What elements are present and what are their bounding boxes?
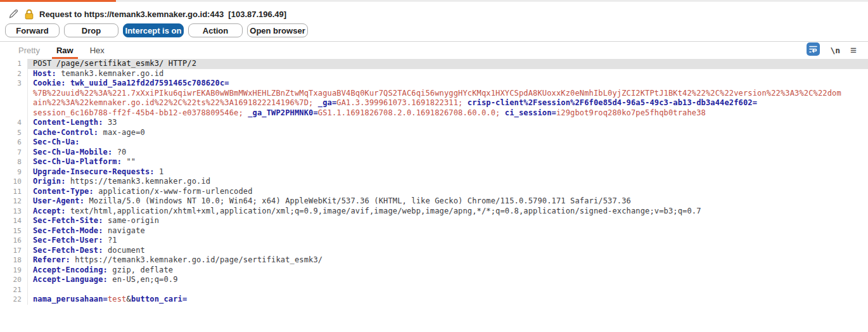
request-line-text[interactable]: Origin: https://temank3.kemnaker.go.id <box>28 177 868 187</box>
open-browser-button[interactable]: Open browser <box>247 23 308 37</box>
request-line-text[interactable]: Sec-Fetch-User: ?1 <box>28 236 868 246</box>
request-line: 1POST /page/sertifikat_esmk3/ HTTP/2 <box>0 59 868 69</box>
intercept-toggle-button[interactable]: Intercept is on <box>123 23 184 37</box>
request-line-text[interactable]: Sec-Fetch-Site: same-origin <box>28 216 868 226</box>
view-tabs: Pretty Raw Hex <box>0 42 113 59</box>
request-line: 7Sec-Ch-Ua-Mobile: ?0 <box>0 148 868 158</box>
request-line: 17Sec-Fetch-Dest: document <box>0 246 868 256</box>
message-view-tabbar: Pretty Raw Hex \n ≡ <box>0 42 868 59</box>
request-line-text[interactable]: Sec-Ch-Ua: <box>28 137 868 148</box>
line-number <box>0 108 28 118</box>
request-line-text[interactable]: %7B%22uuid%22%3A%221.7xXxiPIku6qiwrEKAB0… <box>28 89 868 99</box>
request-line: 2Host: temank3.kemnaker.go.id <box>0 69 868 79</box>
request-line-text[interactable]: Host: temank3.kemnaker.go.id <box>28 69 868 79</box>
line-number: 16 <box>0 236 28 246</box>
line-number: 6 <box>0 137 28 148</box>
request-line: 9Upgrade-Insecure-Requests: 1 <box>0 167 868 177</box>
request-line-text[interactable]: Sec-Ch-Ua-Platform: "" <box>28 157 868 167</box>
line-number: 12 <box>0 196 28 207</box>
request-lines: 1POST /page/sertifikat_esmk3/ HTTP/22Hos… <box>0 59 868 305</box>
request-line: ain%22%3A%22kemnaker.go.id%22%2C%22ts%22… <box>0 98 868 108</box>
line-number: 7 <box>0 148 28 158</box>
request-line: 18Referer: https://temank3.kemnaker.go.i… <box>0 255 868 265</box>
line-number: 11 <box>0 187 28 197</box>
request-line-text[interactable]: Sec-Fetch-Mode: navigate <box>28 226 868 236</box>
request-line: 22nama_perusahaan=test&button_cari= <box>0 295 868 305</box>
line-number: 22 <box>0 295 28 305</box>
line-number: 8 <box>0 157 28 167</box>
request-line: 21 <box>0 285 868 295</box>
editor-toolbar-icons: \n ≡ <box>807 42 868 58</box>
line-number: 18 <box>0 255 28 265</box>
request-line-text[interactable]: Accept-Language: en-US,en;q=0.9 <box>28 275 868 285</box>
line-number: 15 <box>0 226 28 236</box>
burp-intercept-window: Request to https://temank3.kemnaker.go.i… <box>0 0 868 332</box>
request-line-text[interactable]: session_6c16b788-ff2f-45b4-bb12-e0378809… <box>28 108 868 118</box>
request-line: 16Sec-Fetch-User: ?1 <box>0 236 868 246</box>
request-line: 11Content-Type: application/x-www-form-u… <box>0 187 868 197</box>
request-line-text[interactable]: Sec-Fetch-Dest: document <box>28 246 868 256</box>
request-line: 19Accept-Encoding: gzip, deflate <box>0 265 868 276</box>
request-line: %7B%22uuid%22%3A%221.7xXxiPIku6qiwrEKAB0… <box>0 89 868 99</box>
request-line: 3Cookie: twk_uuid_5aa12fd2d7591465c70862… <box>0 79 868 89</box>
lock-icon <box>25 9 34 20</box>
line-number: 21 <box>0 285 28 295</box>
line-number: 13 <box>0 207 28 217</box>
tab-strip-border <box>0 0 868 2</box>
request-line: 15Sec-Fetch-Mode: navigate <box>0 226 868 236</box>
line-number <box>0 89 28 99</box>
line-number: 1 <box>0 59 28 69</box>
word-wrap-toggle-icon[interactable] <box>807 42 820 58</box>
line-number <box>0 98 28 108</box>
request-line-text[interactable]: Upgrade-Insecure-Requests: 1 <box>28 167 868 177</box>
line-number: 17 <box>0 246 28 256</box>
newline-toggle-icon[interactable]: \n <box>830 46 840 55</box>
request-line: 8Sec-Ch-Ua-Platform: "" <box>0 157 868 167</box>
request-line-text[interactable]: User-Agent: Mozilla/5.0 (Windows NT 10.0… <box>28 196 868 207</box>
request-line-text[interactable]: Cookie: twk_uuid_5aa12fd2d7591465c708620… <box>28 79 868 89</box>
request-line-text[interactable]: Referer: https://temank3.kemnaker.go.id/… <box>28 255 868 265</box>
tab-strip-line <box>116 1 868 1</box>
request-line-text[interactable] <box>28 285 868 295</box>
drop-button[interactable]: Drop <box>64 23 118 37</box>
request-line-text[interactable]: Content-Type: application/x-www-form-url… <box>28 187 868 197</box>
request-line: 20Accept-Language: en-US,en;q=0.9 <box>0 275 868 285</box>
pencil-icon[interactable] <box>8 8 19 20</box>
request-line-text[interactable]: ain%22%3A%22kemnaker.go.id%22%2C%22ts%22… <box>28 98 868 108</box>
line-number: 19 <box>0 265 28 276</box>
editor-menu-icon[interactable]: ≡ <box>850 45 857 56</box>
request-line: 13Accept: text/html,application/xhtml+xm… <box>0 207 868 217</box>
forward-button[interactable]: Forward <box>5 23 60 37</box>
request-line: 4Content-Length: 33 <box>0 118 868 128</box>
request-line: 5Cache-Control: max-age=0 <box>0 128 868 138</box>
line-number: 10 <box>0 177 28 187</box>
tab-pretty[interactable]: Pretty <box>10 42 48 59</box>
request-line-text[interactable]: Accept: text/html,application/xhtml+xml,… <box>28 207 868 217</box>
request-line-text[interactable]: Content-Length: 33 <box>28 118 868 128</box>
active-tab-indicator <box>0 0 116 2</box>
request-line-text[interactable]: Sec-Ch-Ua-Mobile: ?0 <box>28 148 868 158</box>
line-number: 2 <box>0 69 28 79</box>
request-line: session_6c16b788-ff2f-45b4-bb12-e0378809… <box>0 108 868 118</box>
line-number: 5 <box>0 128 28 138</box>
request-line-text[interactable]: Accept-Encoding: gzip, deflate <box>28 265 868 276</box>
request-line: 10Origin: https://temank3.kemnaker.go.id <box>0 177 868 187</box>
request-title: Request to https://temank3.kemnaker.go.i… <box>39 10 286 19</box>
request-line: 6Sec-Ch-Ua: <box>0 137 868 148</box>
line-number: 20 <box>0 275 28 285</box>
tab-hex[interactable]: Hex <box>82 42 113 59</box>
request-line-text[interactable]: POST /page/sertifikat_esmk3/ HTTP/2 <box>28 59 868 69</box>
action-button[interactable]: Action <box>188 23 243 37</box>
line-number: 3 <box>0 79 28 89</box>
line-number: 9 <box>0 167 28 177</box>
intercept-toolbar: Forward Drop Intercept is on Action Open… <box>5 23 308 37</box>
line-number: 14 <box>0 216 28 226</box>
request-line-text[interactable]: nama_perusahaan=test&button_cari= <box>28 295 868 305</box>
request-line-text[interactable]: Cache-Control: max-age=0 <box>28 128 868 138</box>
request-line: 12User-Agent: Mozilla/5.0 (Windows NT 10… <box>0 196 868 207</box>
request-line: 14Sec-Fetch-Site: same-origin <box>0 216 868 226</box>
line-number: 4 <box>0 118 28 128</box>
tab-raw[interactable]: Raw <box>48 42 82 59</box>
request-editor[interactable]: 1POST /page/sertifikat_esmk3/ HTTP/22Hos… <box>0 59 868 332</box>
request-header-bar: Request to https://temank3.kemnaker.go.i… <box>8 6 286 22</box>
